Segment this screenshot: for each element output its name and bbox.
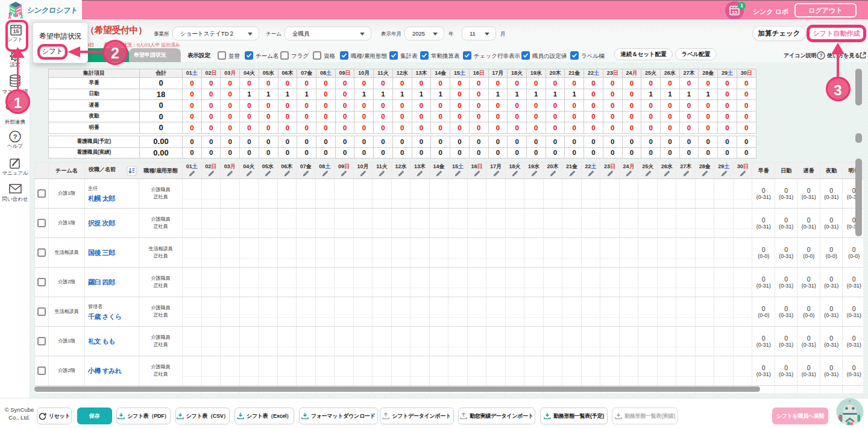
svg-text:?: ? [819,52,822,58]
svg-text:?: ? [13,133,17,140]
svg-text:15: 15 [732,10,737,15]
